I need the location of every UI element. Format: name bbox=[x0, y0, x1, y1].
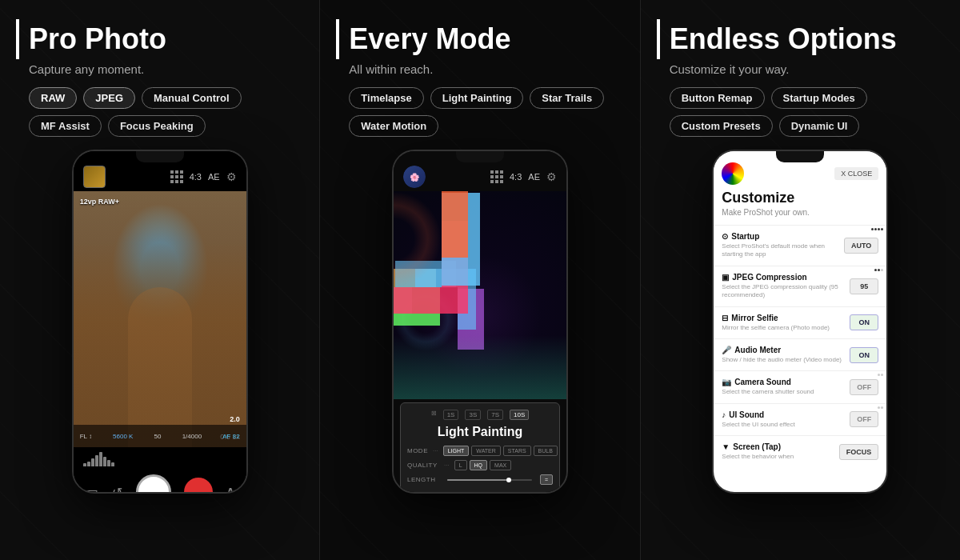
section-title-every-mode: Every Mode bbox=[349, 23, 510, 55]
slider-thumb[interactable] bbox=[506, 478, 511, 482]
screen-tap-info: ▼ Screen (Tap) Select the behavior when bbox=[722, 442, 839, 461]
mirror-info: ⊟ Mirror Selfie Mirror the selfie camera… bbox=[722, 314, 850, 332]
ae-text: AE bbox=[208, 172, 220, 182]
close-button[interactable]: X CLOSE bbox=[834, 167, 878, 180]
jpeg-value[interactable]: 95 bbox=[850, 278, 878, 294]
startup-value[interactable]: AUTO bbox=[844, 238, 878, 254]
mirror-desc: Mirror the selfie camera (Photo mode) bbox=[722, 324, 850, 332]
gear-icon-2[interactable]: ⚙ bbox=[546, 170, 557, 183]
section-every-mode: Every Mode All within reach. Timelapse L… bbox=[320, 0, 640, 560]
badge-star-trails[interactable]: Star Trails bbox=[530, 87, 604, 109]
proshot-logo bbox=[722, 162, 744, 185]
mode-panel: ⊠ 1S 3S 7S 10S Light Painting MODE ··· L… bbox=[400, 402, 560, 492]
mode-stars[interactable]: STARS bbox=[503, 446, 531, 456]
ui-sound-value[interactable]: OFF bbox=[850, 411, 878, 427]
shutter-button[interactable] bbox=[136, 474, 171, 492]
phone-notch-1 bbox=[136, 151, 184, 162]
setting-ui-sound: ♪ UI Sound Select the UI sound effect OF… bbox=[714, 403, 886, 435]
badge-startup-modes[interactable]: Startup Modes bbox=[771, 87, 867, 109]
phone-pro-photo: 4:3 AE ⚙ 12vp RAW+ 2.0 0.5 1x FL ↕ 5600 … bbox=[16, 150, 303, 544]
time-7s[interactable]: 7S bbox=[487, 410, 503, 420]
dot-3 bbox=[878, 228, 880, 230]
badge-jpeg[interactable]: JPEG bbox=[83, 87, 135, 109]
badge-light-painting[interactable]: Light Painting bbox=[430, 87, 524, 109]
audio-name: 🎤 Audio Meter bbox=[722, 346, 850, 354]
startup-dots bbox=[871, 228, 883, 230]
dot-1 bbox=[871, 228, 874, 230]
jpeg-icon: ▣ bbox=[722, 273, 729, 282]
screen-tap-value[interactable]: FOCUS bbox=[839, 444, 879, 460]
dot-c2 bbox=[881, 374, 883, 376]
quality-hq[interactable]: HQ bbox=[470, 460, 488, 470]
badge-custom-presets[interactable]: Custom Presets bbox=[670, 115, 773, 137]
phone1-status-icons: 4:3 AE ⚙ bbox=[170, 170, 237, 183]
camera-icon-small: ⊠ bbox=[431, 410, 437, 420]
section-accent-right bbox=[657, 19, 660, 59]
badges-every-mode: Timelapse Light Painting Star Trails Wat… bbox=[349, 87, 623, 137]
phone-mockup-1: 4:3 AE ⚙ 12vp RAW+ 2.0 0.5 1x FL ↕ 5600 … bbox=[72, 150, 248, 494]
mode-water[interactable]: WATER bbox=[471, 446, 501, 456]
mode-panel-title: Light Painting bbox=[407, 425, 553, 439]
badge-focus-peaking[interactable]: Focus Peaking bbox=[108, 115, 206, 137]
mode-options[interactable]: LIGHT WATER STARS BULB bbox=[443, 446, 558, 456]
section-subtitle-every-mode: All within reach. bbox=[349, 62, 623, 76]
quality-max[interactable]: MAX bbox=[490, 460, 511, 470]
camera-sound-info: 📷 Camera Sound Select the camera shutter… bbox=[722, 378, 850, 396]
mode-a-label[interactable]: A bbox=[226, 486, 234, 492]
quality-l[interactable]: L bbox=[454, 460, 467, 470]
mode-light[interactable]: LIGHT bbox=[443, 446, 470, 456]
quality-label: QUALITY bbox=[407, 462, 439, 469]
firework-1 bbox=[394, 191, 442, 287]
quality-dots: ··· bbox=[444, 462, 450, 469]
startup-desc: Select ProShot's default mode when start… bbox=[722, 242, 844, 259]
phone2-ratio: 4:3 bbox=[510, 172, 522, 182]
thumbnail-icon bbox=[83, 166, 106, 188]
section-endless-options: Endless Options Customize it your way. B… bbox=[641, 0, 960, 560]
dot-j1 bbox=[874, 269, 877, 271]
badge-timelapse[interactable]: Timelapse bbox=[349, 87, 423, 109]
screen-icon: ▼ bbox=[722, 442, 730, 451]
time-1s[interactable]: 1S bbox=[443, 410, 459, 420]
camera-sound-dots bbox=[878, 374, 883, 376]
time-10s[interactable]: 10S bbox=[510, 410, 529, 420]
badge-dynamic-ui[interactable]: Dynamic UI bbox=[779, 115, 860, 137]
badges-pro-photo: RAW JPEG Manual Control MF Assist Focus … bbox=[29, 87, 303, 137]
gear-icon[interactable]: ⚙ bbox=[226, 170, 237, 183]
screen-tap-desc: Select the behavior when bbox=[722, 453, 839, 461]
arch-shape bbox=[128, 287, 192, 447]
camera-controls: ▭ ↺ A bbox=[74, 468, 246, 492]
dot-u2 bbox=[881, 406, 883, 409]
jpeg-info: ▣ JPEG Compression Select the JPEG compr… bbox=[722, 273, 850, 300]
badge-manual-control[interactable]: Manual Control bbox=[142, 87, 242, 109]
mode-bulb[interactable]: BULB bbox=[534, 446, 558, 456]
rotate-icon[interactable]: ↺ bbox=[112, 485, 122, 493]
time-3s[interactable]: 3S bbox=[465, 410, 481, 420]
ratio-text: 4:3 bbox=[190, 172, 202, 182]
setting-audio: 🎤 Audio Meter Show / hide the audio mete… bbox=[714, 338, 886, 370]
badge-mf-assist[interactable]: MF Assist bbox=[29, 115, 102, 137]
record-button[interactable] bbox=[184, 478, 213, 492]
section-pro-photo: Pro Photo Capture any moment. RAW JPEG M… bbox=[0, 0, 320, 560]
quality-options[interactable]: L HQ MAX bbox=[454, 460, 512, 470]
hist-bar-1 bbox=[83, 463, 86, 466]
audio-desc: Show / hide the audio meter (Video mode) bbox=[722, 356, 850, 364]
camera-sound-value[interactable]: OFF bbox=[850, 379, 878, 395]
audio-value[interactable]: ON bbox=[850, 347, 878, 363]
section-subtitle-endless: Customize it your way. bbox=[670, 62, 944, 76]
badge-water-motion[interactable]: Water Motion bbox=[349, 115, 438, 137]
camera-icon: 📷 bbox=[722, 378, 731, 386]
startup-info: ⊙ Startup Select ProShot's default mode … bbox=[722, 232, 844, 259]
length-row: LENGTH = bbox=[407, 474, 553, 485]
grid-icon bbox=[170, 170, 183, 183]
phone-mockup-2: 🌸 4:3 AE ⚙ bbox=[392, 150, 568, 494]
length-slider[interactable] bbox=[447, 479, 532, 481]
badge-button-remap[interactable]: Button Remap bbox=[670, 87, 765, 109]
badge-raw[interactable]: RAW bbox=[29, 87, 77, 109]
ui-sound-info: ♪ UI Sound Select the UI sound effect bbox=[722, 410, 850, 429]
dot-c1 bbox=[878, 374, 880, 376]
square-icon[interactable]: ▭ bbox=[85, 483, 98, 492]
mirror-value[interactable]: ON bbox=[850, 314, 878, 330]
fireworks-display bbox=[394, 191, 566, 399]
mic-icon: 🎤 bbox=[722, 346, 731, 354]
camera-sound-name: 📷 Camera Sound bbox=[722, 378, 850, 386]
